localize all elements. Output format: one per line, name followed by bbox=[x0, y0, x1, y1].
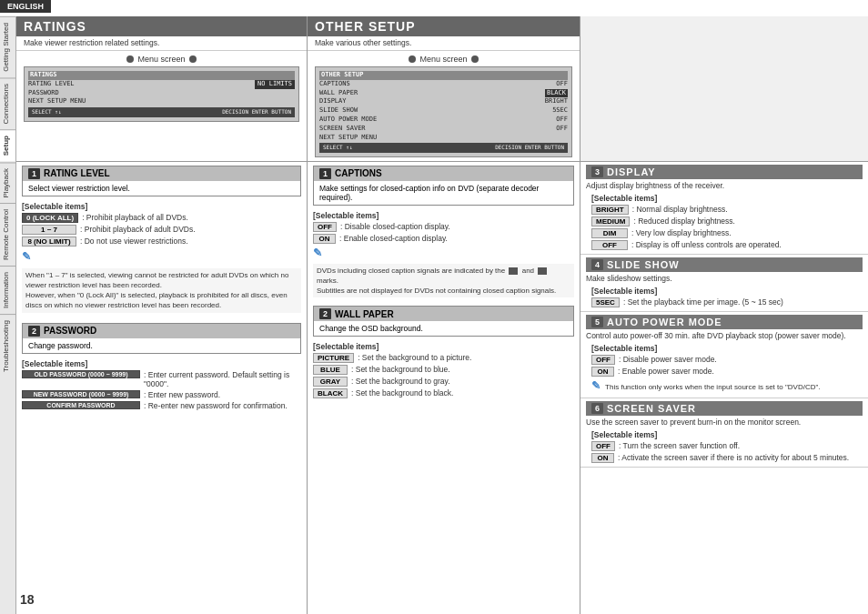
ratings-menu-row-level: RATING LEVELNO LIMITS bbox=[28, 80, 295, 89]
ratings-title: RATINGS bbox=[24, 19, 86, 34]
slide-show-subtitle: Make slideshow settings. bbox=[586, 274, 863, 283]
rating-level-num: 1 bbox=[28, 168, 40, 179]
other-menu-dot-right bbox=[471, 55, 479, 63]
auto-power-mode-key-off: OFF bbox=[591, 355, 615, 365]
other-setup-menu-area: Menu screen OTHER SETUP CAPTIONSOFF WALL… bbox=[308, 51, 580, 161]
wall-paper-desc-gray: : Set the background to gray. bbox=[351, 377, 574, 386]
auto-power-mode-note: ✎ This function only works when the inpu… bbox=[586, 377, 863, 396]
wall-paper-key-black: BLACK bbox=[313, 388, 348, 398]
display-desc-bright: : Normal display brightness. bbox=[632, 205, 857, 214]
rating-level-section: 1 RATING LEVEL Select viewer restriction… bbox=[22, 166, 301, 196]
password-section: 2 PASSWORD Change password. bbox=[22, 323, 301, 354]
menu-dot-left bbox=[126, 55, 134, 63]
display-section: 3 DISPLAY Adjust display brightness of t… bbox=[580, 162, 868, 255]
password-num: 2 bbox=[28, 326, 40, 337]
display-key-dim: DIM bbox=[591, 228, 628, 238]
rating-note-row: ✎ bbox=[16, 247, 307, 266]
side-tab-setup: Setup bbox=[0, 129, 15, 161]
screen-saver-item-off: OFF : Turn the screen saver function off… bbox=[586, 440, 863, 452]
screen-saver-key-on: ON bbox=[591, 453, 614, 463]
rating-desc-1: : Prohibit playback of adult DVDs. bbox=[80, 225, 301, 234]
other-menu-dot-left bbox=[409, 55, 416, 63]
password-desc-confirm: : Re-enter new password for confirmation… bbox=[144, 401, 301, 410]
ratings-menu-bottom: SELECT ↑↓DECISION ENTER BUTTON bbox=[28, 107, 295, 116]
ratings-subtitle: Make viewer restriction related settings… bbox=[16, 36, 307, 51]
slide-show-num: 4 bbox=[591, 259, 603, 270]
rating-desc-8: : Do not use viewer restrictions. bbox=[80, 237, 301, 246]
menu-dot-right bbox=[189, 55, 197, 63]
screen-saver-title: SCREEN SAVER bbox=[607, 403, 696, 414]
rating-item-1: 1 ~ 7 : Prohibit playback of adult DVDs. bbox=[16, 224, 307, 236]
screen-saver-num: 6 bbox=[591, 403, 603, 414]
password-key-new: NEW PASSWORD (0000 ~ 9999) bbox=[22, 390, 140, 398]
wall-paper-subtitle: Change the OSD background. bbox=[314, 321, 573, 336]
password-key-confirm: CONFIRM PASSWORD bbox=[22, 401, 140, 409]
wall-paper-item-black: BLACK : Set the background to black. bbox=[308, 388, 580, 399]
captions-header: 1 CAPTIONS bbox=[314, 166, 573, 181]
rating-item-8: 8 (NO LIMIT) : Do not use viewer restric… bbox=[16, 236, 307, 247]
captions-subtitle: Make settings for closed-caption info on… bbox=[314, 181, 573, 205]
auto-power-mode-desc-on: : Enable power saver mode. bbox=[618, 367, 857, 376]
captions-key-off: OFF bbox=[313, 222, 337, 232]
auto-power-mode-title: AUTO POWER MODE bbox=[607, 317, 722, 327]
wall-paper-desc-blue: : Set the background to blue. bbox=[351, 365, 574, 374]
screen-saver-desc-off: : Turn the screen saver function off. bbox=[619, 441, 857, 450]
main-content: RATINGS Make viewer restriction related … bbox=[16, 16, 868, 614]
display-title: DISPLAY bbox=[607, 166, 656, 177]
password-item-confirm: CONFIRM PASSWORD : Re-enter new password… bbox=[16, 400, 307, 411]
side-tab-getting-started: Getting Started bbox=[0, 16, 15, 77]
right-bottom: 3 DISPLAY Adjust display brightness of t… bbox=[580, 162, 868, 614]
other-setup-panel: OTHER SETUP Make various other settings.… bbox=[308, 16, 580, 161]
rating-note-icon: ✎ bbox=[22, 250, 31, 263]
top-row: RATINGS Make viewer restriction related … bbox=[16, 16, 868, 162]
screen-saver-item-on: ON : Activate the screen saver if there … bbox=[586, 452, 863, 464]
rating-item-0: 0 (LOCK ALL) : Prohibit playback of all … bbox=[16, 212, 307, 224]
display-key-bright: BRIGHT bbox=[591, 205, 629, 215]
auto-power-mode-header: 5 AUTO POWER MODE bbox=[586, 315, 863, 329]
display-item-dim: DIM : Very low display brightness. bbox=[586, 227, 863, 239]
display-item-bright: BRIGHT : Normal display brightness. bbox=[586, 204, 863, 216]
password-header: 2 PASSWORD bbox=[23, 324, 300, 338]
rating-level-subtitle: Select viewer restriction level. bbox=[23, 181, 300, 196]
password-desc-old: : Enter current password. Default settin… bbox=[144, 370, 301, 388]
middle-bottom: 1 CAPTIONS Make settings for closed-capt… bbox=[308, 162, 580, 614]
password-key-old: OLD PASSWORD (0000 ~ 9999) bbox=[22, 370, 140, 378]
other-setup-header: OTHER SETUP bbox=[308, 16, 580, 36]
cc-icon-2 bbox=[538, 267, 547, 275]
side-tab-connections: Connections bbox=[0, 77, 15, 129]
wall-paper-desc-black: : Set the background to black. bbox=[351, 388, 574, 398]
side-tabs: Getting Started Connections Setup Playba… bbox=[0, 16, 16, 614]
display-desc-dim: : Very low display brightness. bbox=[631, 228, 857, 237]
wall-paper-desc-picture: : Set the background to a picture. bbox=[358, 353, 574, 362]
captions-note-icon: ✎ bbox=[313, 247, 322, 259]
rating-level-selectable-label: [Selectable items] bbox=[16, 200, 307, 212]
display-item-off: OFF : Display is off unless controls are… bbox=[586, 239, 863, 251]
password-desc-new: : Enter new password. bbox=[144, 390, 301, 399]
bottom-content: 1 RATING LEVEL Select viewer restriction… bbox=[16, 162, 868, 614]
wall-paper-section: 2 WALL PAPER Change the OSD background. bbox=[313, 306, 574, 337]
wall-paper-selectable-label: [Selectable items] bbox=[308, 340, 580, 352]
slide-show-selectable-label: [Selectable items] bbox=[586, 285, 863, 297]
rating-key-1: 1 ~ 7 bbox=[22, 225, 76, 235]
slide-show-key-5sec: 5SEC bbox=[591, 297, 620, 307]
display-num: 3 bbox=[591, 166, 603, 177]
password-title: PASSWORD bbox=[44, 326, 96, 336]
password-item-old: OLD PASSWORD (0000 ~ 9999) : Enter curre… bbox=[16, 369, 307, 389]
display-key-off: OFF bbox=[591, 240, 628, 250]
auto-power-note-icon: ✎ bbox=[591, 379, 601, 392]
side-tab-remote: Remote Control bbox=[0, 203, 15, 266]
auto-power-mode-note-text: This function only works when the input … bbox=[605, 383, 820, 391]
rating-note: When "1 – 7" is selected, viewing cannot… bbox=[22, 268, 301, 313]
side-tab-information: Information bbox=[0, 266, 15, 314]
captions-item-on: ON : Enable closed-caption display. bbox=[308, 233, 580, 245]
wall-paper-title: WALL PAPER bbox=[335, 309, 394, 319]
english-tab: ENGLISH bbox=[0, 0, 51, 13]
wall-paper-item-blue: BLUE : Set the background to blue. bbox=[308, 364, 580, 376]
password-item-new: NEW PASSWORD (0000 ~ 9999) : Enter new p… bbox=[16, 389, 307, 400]
auto-power-mode-subtitle: Control auto power-off 30 min. afte DVD … bbox=[586, 331, 863, 340]
slide-show-desc-5sec: : Set the playback time per image. (5 ~ … bbox=[623, 297, 857, 307]
wall-paper-item-picture: PICTURE : Set the background to a pictur… bbox=[308, 352, 580, 364]
wall-paper-key-picture: PICTURE bbox=[313, 353, 354, 363]
display-header: 3 DISPLAY bbox=[586, 165, 863, 179]
slide-show-title: SLIDE SHOW bbox=[607, 259, 680, 270]
